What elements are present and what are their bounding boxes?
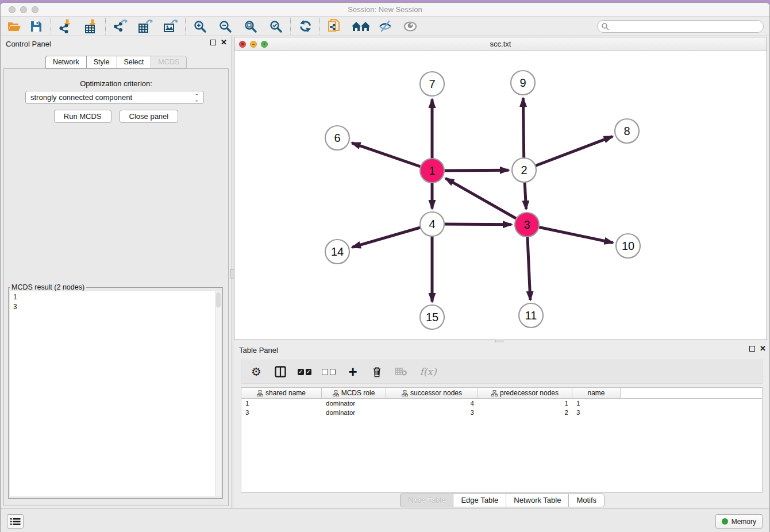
control-panel-header: Control Panel ✕ (1, 36, 232, 52)
float-panel-icon[interactable] (210, 40, 216, 45)
table-cell[interactable]: 2 (478, 409, 572, 416)
table-settings-button[interactable]: ⚙ (249, 365, 263, 379)
memory-button[interactable]: Memory (715, 514, 763, 529)
node-table-body: 1dominator4113dominator323 (241, 399, 762, 417)
table-cell[interactable]: dominator (322, 409, 386, 416)
zoom-in-button[interactable] (191, 18, 209, 35)
export-table-icon (137, 18, 153, 34)
search-field[interactable] (597, 20, 764, 33)
table-panel-title: Table Panel (239, 346, 278, 354)
tab-node-table[interactable]: Node Table (400, 494, 453, 507)
tab-network-table[interactable]: Network Table (506, 494, 568, 507)
save-icon (29, 20, 43, 33)
function-builder-button[interactable]: f(x) (418, 365, 438, 379)
tab-network[interactable]: Network (45, 56, 86, 68)
checked-box-icon: ✓ (298, 369, 304, 375)
criterion-select[interactable]: strongly connected component ⌃⌃ (25, 91, 204, 104)
deselect-all-rows-button[interactable] (322, 365, 336, 379)
graph-node-label-9: 9 (519, 76, 526, 89)
export-network-button[interactable] (111, 18, 129, 35)
column-header-name[interactable]: name (572, 388, 621, 398)
mcds-result-scrollbar[interactable] (215, 291, 221, 496)
table-cell[interactable]: 3 (241, 409, 322, 416)
table-cell[interactable]: dominator (322, 400, 386, 407)
home-neighbors-button[interactable] (351, 18, 372, 35)
mcds-result-title: MCDS result (2 nodes) (10, 283, 86, 291)
graph-node-label-10: 10 (622, 240, 634, 252)
table-cell[interactable]: 4 (386, 400, 478, 407)
tab-select[interactable]: Select (117, 56, 151, 68)
graph-node-label-1: 1 (429, 164, 435, 177)
search-input[interactable] (609, 22, 763, 30)
table-row[interactable]: 1dominator411 (241, 399, 762, 408)
network-canvas[interactable]: 1234678910111415 (234, 51, 767, 340)
select-all-rows-button[interactable]: ✓✓ (298, 365, 311, 379)
open-folder-icon (7, 20, 22, 33)
show-columns-button[interactable] (274, 365, 287, 379)
add-row-button[interactable]: + (346, 365, 360, 379)
table-panel: Table Panel ✕ ⚙ ✓✓ + f(x) (234, 342, 770, 508)
unchecked-box-icon (330, 369, 336, 375)
criterion-select-value: strongly connected component (30, 93, 132, 102)
column-type-icon (491, 390, 498, 396)
graph-edge-1-6[interactable] (352, 143, 432, 171)
column-header-predecessor-nodes[interactable]: predecessor nodes (478, 388, 572, 398)
close-panel-button[interactable]: Close panel (120, 110, 179, 123)
network-graph: 1234678910111415 (234, 51, 767, 340)
import-table-button[interactable] (82, 18, 100, 35)
toolbar-separator (319, 18, 320, 34)
duplicate-network-icon (327, 18, 342, 34)
table-cell[interactable]: 3 (386, 409, 478, 416)
mcds-result-area[interactable]: 1 3 (10, 291, 221, 496)
gear-icon: ⚙ (251, 366, 261, 377)
toolbar-separator (290, 18, 291, 34)
close-panel-icon[interactable]: ✕ (221, 40, 227, 45)
tab-style[interactable]: Style (86, 56, 117, 68)
save-session-button[interactable] (27, 18, 45, 35)
network-view-window: ✕ − + scc.txt 1234678910111415 (234, 37, 767, 340)
tab-edge-table[interactable]: Edge Table (453, 494, 506, 507)
tab-motifs[interactable]: Motifs (568, 494, 605, 507)
zoom-fit-button[interactable] (241, 18, 260, 35)
show-all-button[interactable] (401, 18, 419, 35)
node-table: shared nameMCDS rolesuccessor nodesprede… (241, 387, 763, 493)
zoom-fit-icon (244, 20, 257, 33)
graph-node-label-11: 11 (525, 309, 537, 322)
tab-mcds[interactable]: MCDS (151, 56, 187, 68)
import-network-button[interactable] (56, 18, 75, 35)
export-table-button[interactable] (136, 18, 155, 35)
graph-edge-2-8[interactable] (524, 137, 613, 170)
column-header-shared-name[interactable]: shared name (241, 388, 322, 398)
graph-edge-3-1[interactable] (445, 178, 527, 225)
refresh-button[interactable] (296, 18, 314, 35)
column-header-mcds-role[interactable]: MCDS role (322, 388, 386, 398)
export-image-button[interactable] (161, 18, 180, 35)
table-cell[interactable]: 1 (478, 400, 572, 407)
delete-row-button[interactable] (370, 365, 384, 379)
graph-edge-3-10[interactable] (527, 225, 613, 242)
toolbar-separator (51, 18, 51, 34)
table-cell[interactable]: 1 (572, 400, 621, 407)
zoom-selected-button[interactable] (267, 18, 285, 35)
table-cell[interactable]: 1 (241, 400, 322, 407)
search-icon (601, 22, 609, 30)
delete-table-button[interactable] (394, 365, 408, 379)
export-network-icon (112, 18, 128, 34)
graph-node-label-8: 8 (623, 125, 630, 137)
hide-selected-button[interactable] (376, 18, 394, 35)
open-file-button[interactable] (5, 18, 24, 35)
table-row[interactable]: 3dominator323 (241, 408, 762, 417)
run-mcds-button[interactable]: Run MCDS (54, 110, 111, 123)
column-type-icon (402, 390, 408, 396)
unchecked-box-icon (322, 369, 328, 375)
log-console-button[interactable] (7, 514, 24, 529)
table-panel-tabs: Node TableEdge TableNetwork TableMotifs (234, 494, 770, 507)
import-table-icon (83, 18, 99, 34)
zoom-out-button[interactable] (216, 18, 234, 35)
close-panel-icon[interactable]: ✕ (760, 346, 766, 352)
column-header-successor-nodes[interactable]: successor nodes (386, 388, 478, 398)
table-cell[interactable]: 3 (572, 409, 621, 416)
toolbar-separator (105, 18, 106, 34)
duplicate-network-button[interactable] (325, 18, 344, 35)
float-panel-icon[interactable] (749, 346, 755, 352)
